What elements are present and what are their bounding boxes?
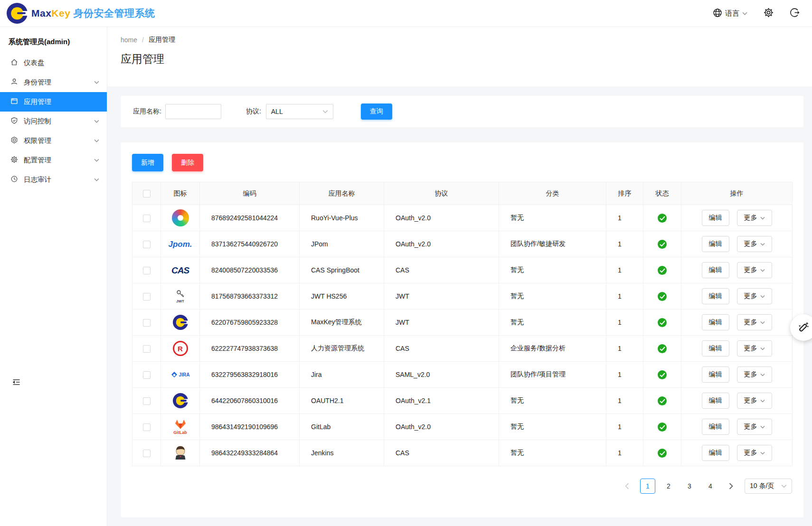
chevron-down-icon (760, 269, 765, 272)
pagination-page-4[interactable]: 4 (703, 479, 718, 494)
app-protocol: CAS (384, 257, 499, 283)
more-button[interactable]: 更多 (737, 288, 772, 304)
magic-wand-icon (797, 320, 810, 335)
chevron-down-icon (742, 12, 747, 15)
jira-logo-icon: JIRA (171, 372, 190, 378)
chevron-down-icon (760, 243, 765, 246)
edit-button[interactable]: 编辑 (702, 288, 729, 304)
edit-button[interactable]: 编辑 (702, 236, 729, 252)
row-checkbox[interactable] (143, 293, 151, 301)
more-button[interactable]: 更多 (737, 340, 772, 357)
language-label: 语言 (725, 9, 739, 18)
sidebar-item-identity[interactable]: 身份管理 (0, 73, 107, 92)
more-button[interactable]: 更多 (737, 445, 772, 461)
sidebar-item-permissions[interactable]: 权限管理 (0, 131, 107, 150)
pagination-prev-button[interactable] (619, 479, 634, 494)
gear-icon (764, 8, 774, 19)
table-row: Jpom. 837136275440926720 JPom OAuth_v2.0… (132, 231, 793, 257)
pagination-page-1[interactable]: 1 (640, 479, 655, 494)
app-protocol: CAS (384, 440, 499, 466)
edit-button[interactable]: 编辑 (702, 366, 729, 383)
app-name: MaxKey管理系统 (300, 310, 384, 336)
sidebar-item-access-control[interactable]: 访问控制 (0, 112, 107, 131)
row-checkbox[interactable] (143, 241, 151, 248)
menu-fold-icon[interactable] (12, 378, 20, 387)
protocol-selected-value: ALL (271, 108, 283, 115)
pagination-page-3[interactable]: 3 (682, 479, 697, 494)
row-checkbox[interactable] (143, 267, 151, 274)
app-protocol: OAuth_v2.0 (384, 414, 499, 440)
add-button[interactable]: 新增 (132, 154, 163, 171)
settings-button[interactable] (764, 8, 774, 19)
status-enabled-icon (658, 344, 667, 353)
column-header-status: 状态 (643, 182, 681, 205)
home-icon (10, 58, 18, 67)
language-dropdown[interactable]: 语言 (713, 8, 747, 19)
app-category: 暂无 (499, 257, 606, 283)
table-row: 644220607860310016 OAUTH2.1 OAuth_v2.1 暂… (132, 388, 793, 414)
jwt-logo-icon: JWT (176, 289, 185, 303)
more-button[interactable]: 更多 (737, 393, 772, 409)
row-checkbox[interactable] (143, 319, 151, 327)
app-sort: 1 (606, 283, 643, 310)
chevron-down-icon (760, 295, 765, 298)
select-all-checkbox[interactable] (143, 190, 151, 197)
sidebar-item-dashboard[interactable]: 仪表盘 (0, 53, 107, 73)
chevron-down-icon (760, 216, 765, 220)
sidebar-item-configuration[interactable]: 配置管理 (0, 150, 107, 170)
app-sort: 1 (606, 257, 643, 283)
more-button[interactable]: 更多 (737, 314, 772, 330)
pagination-next-button[interactable] (724, 479, 739, 494)
edit-button[interactable]: 编辑 (702, 393, 729, 409)
row-checkbox[interactable] (143, 450, 151, 457)
more-button[interactable]: 更多 (737, 262, 772, 278)
app-name: 人力资源管理系统 (300, 336, 384, 362)
edit-button[interactable]: 编辑 (702, 445, 729, 461)
search-button[interactable]: 查询 (361, 103, 392, 120)
globe-icon (713, 8, 722, 19)
more-button[interactable]: 更多 (737, 419, 772, 435)
brand-title: MaxKey身份安全管理系统 (31, 7, 155, 20)
row-checkbox[interactable] (143, 397, 151, 405)
jenkins-logo-icon (174, 445, 187, 460)
more-button[interactable]: 更多 (737, 236, 772, 252)
sidebar-item-applications[interactable]: 应用管理 (0, 92, 107, 112)
gear-icon (10, 156, 18, 165)
app-name-label: 应用名称: (133, 107, 161, 116)
table-row: 622076759805923328 MaxKey管理系统 JWT 暂无 1 编… (132, 310, 793, 336)
breadcrumb-home-link[interactable]: home (121, 36, 137, 44)
edit-button[interactable]: 编辑 (702, 419, 729, 435)
protocol-select[interactable]: ALL (266, 104, 333, 119)
applications-table: 图标 编码 应用名称 协议 分类 排序 状态 操作 87689249258 (132, 182, 793, 466)
chevron-down-icon (94, 120, 99, 123)
delete-button[interactable]: 删除 (172, 154, 203, 171)
more-button[interactable]: 更多 (737, 210, 772, 226)
app-name: GitLab (300, 414, 384, 440)
row-checkbox[interactable] (143, 423, 151, 431)
logout-button[interactable] (790, 8, 800, 19)
row-checkbox[interactable] (143, 345, 151, 353)
ruoyi-logo-icon (172, 209, 189, 226)
edit-button[interactable]: 编辑 (702, 314, 729, 330)
column-header-code: 编码 (200, 182, 300, 205)
row-checkbox[interactable] (143, 215, 151, 222)
edit-button[interactable]: 编辑 (702, 262, 729, 278)
pagination-page-2[interactable]: 2 (661, 479, 676, 494)
table-row: JWT 817568793663373312 JWT HS256 JWT 暂无 … (132, 283, 793, 310)
edit-button[interactable]: 编辑 (702, 340, 729, 357)
app-code: 622076759805923328 (200, 310, 300, 336)
chevron-down-icon (94, 178, 99, 181)
row-checkbox[interactable] (143, 371, 151, 379)
gitlab-logo-icon: GitLab (173, 419, 187, 435)
status-enabled-icon (658, 214, 667, 223)
breadcrumb-separator: / (142, 36, 144, 44)
app-name-input[interactable] (165, 104, 221, 119)
edit-button[interactable]: 编辑 (702, 210, 729, 226)
more-button[interactable]: 更多 (737, 366, 772, 383)
page-size-select[interactable]: 10 条/页 (745, 479, 792, 494)
app-code: 824008507220033536 (200, 257, 300, 283)
column-header-protocol: 协议 (384, 182, 499, 205)
sidebar-item-audit-log[interactable]: 日志审计 (0, 170, 107, 189)
chevron-down-icon (94, 139, 99, 142)
status-enabled-icon (658, 370, 667, 379)
